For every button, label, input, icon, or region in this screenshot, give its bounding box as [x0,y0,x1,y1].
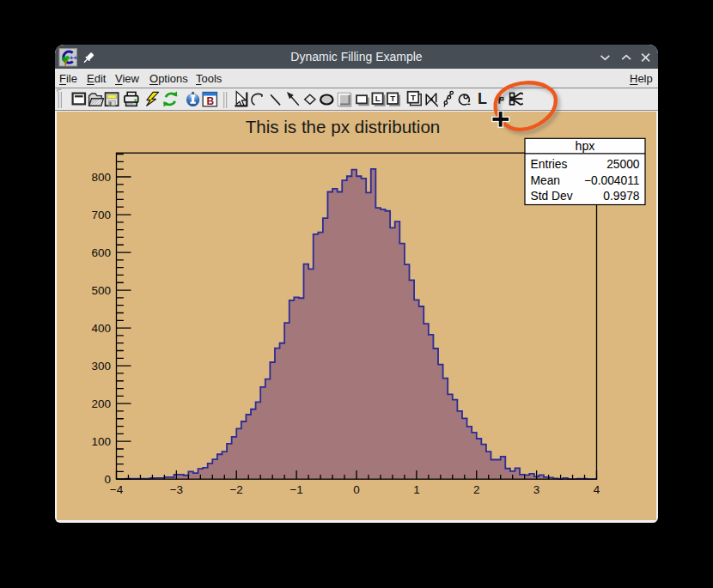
svg-text:L: L [375,94,381,103]
svg-text:0: 0 [353,483,360,496]
svg-text:500: 500 [91,284,111,297]
svg-text:T: T [411,93,416,102]
svg-text:0.9978: 0.9978 [597,190,640,203]
svg-text:200: 200 [91,397,111,410]
svg-text:600: 600 [91,246,111,259]
svg-text:hpx: hpx [576,139,595,153]
svg-text:100: 100 [91,435,111,448]
svg-text:0: 0 [104,473,111,486]
svg-text:Mean: Mean [531,174,564,187]
svg-text:−2: −2 [229,483,242,496]
svg-text:2: 2 [473,483,480,496]
svg-text:B: B [206,95,214,107]
svg-text:T: T [390,94,395,103]
svg-text:−1: −1 [289,483,302,496]
svg-text:400: 400 [91,322,111,335]
svg-text:++: ++ [70,54,78,62]
svg-text:3: 3 [533,483,540,496]
svg-text:Std Dev: Std Dev [531,190,576,203]
svg-text:−3: −3 [170,483,183,496]
svg-text:4: 4 [594,483,600,496]
svg-text:−0.004011: −0.004011 [581,174,639,187]
svg-text:L: L [478,90,487,107]
svg-text:This is the px distribution: This is the px distribution [246,117,441,136]
svg-text:1: 1 [413,483,420,496]
svg-text:−4: −4 [110,483,124,496]
svg-text:Entries: Entries [531,158,571,171]
svg-text:800: 800 [91,171,111,184]
svg-text:700: 700 [91,209,111,221]
svg-text:300: 300 [91,360,111,373]
svg-text:25000: 25000 [603,158,640,171]
